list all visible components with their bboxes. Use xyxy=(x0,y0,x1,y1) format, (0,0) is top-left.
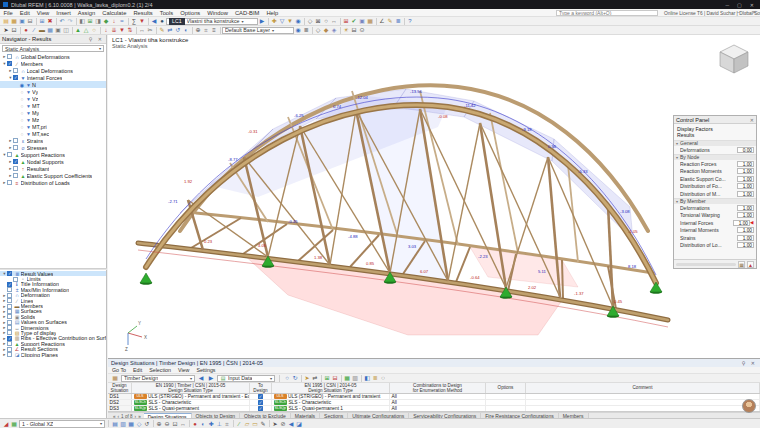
print-icon[interactable]: ⊟ xyxy=(26,17,34,25)
zoom-window-icon[interactable]: ⊠ xyxy=(314,17,322,25)
steel-design-icon[interactable]: ▣ xyxy=(358,17,366,25)
import-icon[interactable]: ▥ xyxy=(351,374,359,382)
new-model-icon[interactable]: ▤ xyxy=(2,17,10,25)
result-diagram-icon[interactable]: ▽ xyxy=(278,17,286,25)
panel-factors-icon[interactable]: ▲ xyxy=(747,261,754,268)
close-button[interactable]: ✕ xyxy=(750,2,754,8)
select-arrow-icon[interactable]: ➤ xyxy=(2,26,10,34)
visibility-icon[interactable]: ◉ xyxy=(294,17,302,25)
cp-row-value-input[interactable]: 1.00 xyxy=(737,212,754,218)
document-window-controls[interactable]: – ▫ ✕ xyxy=(737,10,758,15)
calculate-all-icon[interactable]: ∑ xyxy=(130,17,138,25)
navigator-splitter[interactable] xyxy=(0,268,107,270)
imposed-load-icon[interactable]: ⇅ xyxy=(126,26,134,34)
menu-item-file[interactable]: File xyxy=(0,10,16,16)
dimension-icon[interactable]: ↔ xyxy=(138,26,146,34)
jump-to-graphic-icon[interactable]: ➤ xyxy=(303,374,311,382)
cp-row-value-input[interactable]: 1.00 xyxy=(737,235,754,241)
section-icon[interactable]: ✂ xyxy=(146,26,154,34)
pin-icon[interactable]: ⚲ xyxy=(742,360,748,366)
insert-row-icon[interactable]: ⊞ xyxy=(323,374,331,382)
isometric-view-icon[interactable]: ◇ xyxy=(306,17,314,25)
table-category-combobox[interactable]: ▤ Input Data ▾ xyxy=(217,375,275,382)
select-window-icon[interactable]: ⊡ xyxy=(10,26,18,34)
tree-item-vy[interactable]: ○▼Vy xyxy=(0,88,106,95)
tree-item-mz[interactable]: ○▼Mz xyxy=(0,116,106,123)
tree-item-mt-pri[interactable]: ○▼MT,pri xyxy=(0,123,106,130)
view-xy-icon[interactable]: ▤ xyxy=(111,420,119,428)
to-design-checkbox[interactable]: ✓ xyxy=(258,406,263,411)
cp-row-value-input[interactable]: 0.00 xyxy=(737,147,754,153)
cp-row-value-input[interactable]: 1.00 xyxy=(737,205,754,211)
model-canvas[interactable]: X Y Z -8.77-2.710.234.05-6.251.38-12.040… xyxy=(108,35,760,358)
member-icon[interactable]: ▬ xyxy=(38,26,46,34)
grid-icon[interactable]: ⌗ xyxy=(202,26,210,34)
opening-icon[interactable]: ◫ xyxy=(62,26,70,34)
table-menu-selection[interactable]: Selection xyxy=(149,367,171,373)
to-design-checkbox[interactable]: ✓ xyxy=(258,394,263,399)
show-results-icon[interactable]: ≈ xyxy=(118,17,126,25)
navigator-toggle-icon[interactable]: ◧ xyxy=(78,17,86,25)
go-to-load-case-icon[interactable]: ● xyxy=(158,17,166,25)
comment-icon[interactable]: ✎ xyxy=(259,420,267,428)
menu-item-help[interactable]: Help xyxy=(263,10,282,16)
clipping-box-icon[interactable]: ⊟ xyxy=(350,26,358,34)
previous-selection-icon[interactable]: ◀ xyxy=(287,420,295,428)
tree-item-stresses[interactable]: ▸σStresses xyxy=(0,144,106,151)
tree-item-global-deformations[interactable]: ▸∩Global Deformations xyxy=(0,53,106,60)
hinge-icon[interactable]: ○ xyxy=(90,26,98,34)
show-loads-icon[interactable]: ↓ xyxy=(110,17,118,25)
menu-item-window[interactable]: Window xyxy=(204,10,232,16)
line-support-icon[interactable]: △ xyxy=(82,26,90,34)
rotate-view-icon[interactable]: ↺ xyxy=(143,420,151,428)
cp-row-value-input[interactable]: 1.00 xyxy=(737,183,754,189)
tree-item-internal-forces[interactable]: ▾✓▼Internal Forces xyxy=(0,74,106,81)
cp-row-value-input[interactable]: 1.00 xyxy=(737,227,754,233)
view-combobox[interactable]: 1 - Global XZ ▾ xyxy=(19,420,105,428)
sync-selection-icon[interactable]: ⇄ xyxy=(311,374,319,382)
export-excel-icon[interactable]: ▦ xyxy=(343,374,351,382)
horizontal-scrollbar[interactable] xyxy=(676,263,736,266)
table-menu-view[interactable]: View xyxy=(178,367,189,373)
menu-item-results[interactable]: Results xyxy=(130,10,156,16)
tree-item-my[interactable]: ○▼My xyxy=(0,109,106,116)
camera-icon[interactable]: ⊙ xyxy=(358,26,366,34)
tree-item-members[interactable]: ▾✓∕Members xyxy=(0,60,106,67)
zoom-window-icon[interactable]: ⊡ xyxy=(171,420,179,428)
tree-item-mt[interactable]: ○▼MT xyxy=(0,102,106,109)
zoom-all-icon[interactable]: ○ xyxy=(322,17,330,25)
notes-icon[interactable]: ✎ xyxy=(386,17,394,25)
table-menu-settings[interactable]: Settings xyxy=(196,367,215,373)
rotate-icon[interactable]: ↺ xyxy=(174,26,182,34)
search-table-icon[interactable]: ◌ xyxy=(379,374,387,382)
timber-design-icon[interactable]: ▦ xyxy=(366,17,374,25)
panel-settings-icon[interactable]: ▦ xyxy=(738,261,745,268)
table-menu-edit[interactable]: Edit xyxy=(133,367,142,373)
menu-item-view[interactable]: View xyxy=(33,10,52,16)
clipping-icon[interactable]: ◪ xyxy=(295,420,303,428)
surface-load-icon[interactable]: ▼ xyxy=(118,26,126,34)
tree-item-mt-sec[interactable]: ○▼MT,sec xyxy=(0,130,106,137)
minimize-button[interactable]: ─ xyxy=(726,2,730,8)
panel-toggle-icon[interactable]: ◨ xyxy=(94,17,102,25)
snap-icon[interactable]: ⊕ xyxy=(194,26,202,34)
light-icon[interactable]: ☀ xyxy=(342,26,350,34)
menu-item-options[interactable]: Options xyxy=(177,10,204,16)
guideline-icon[interactable]: ∕ xyxy=(235,420,243,428)
open-file-icon[interactable]: ▦ xyxy=(10,17,18,25)
grid-indicator-icon[interactable]: ▦ xyxy=(10,420,18,428)
guidelines-icon[interactable]: ≡ xyxy=(210,26,218,34)
close-icon[interactable]: ✕ xyxy=(750,117,754,123)
move-copy-icon[interactable]: ⇄ xyxy=(166,26,174,34)
cp-row-value-input[interactable]: 1.00 xyxy=(737,176,754,182)
tree-item-nodal-supports[interactable]: ▸✓▲Nodal Supports xyxy=(0,158,106,165)
previous-load-case-icon[interactable]: ◀ xyxy=(150,17,158,25)
cp-row-value-input[interactable]: 1.00 xyxy=(733,220,750,226)
member-load-icon[interactable]: ⇊ xyxy=(110,26,118,34)
tree-item-resultant[interactable]: ▸↑Resultant xyxy=(0,165,106,172)
view-xz-icon[interactable]: ▥ xyxy=(119,420,127,428)
render-wireframe-icon[interactable]: ◇ xyxy=(314,26,322,34)
cp-row-value-input[interactable]: 1.00 xyxy=(737,168,754,174)
search-input[interactable] xyxy=(556,10,658,16)
menu-item-edit[interactable]: Edit xyxy=(16,10,33,16)
